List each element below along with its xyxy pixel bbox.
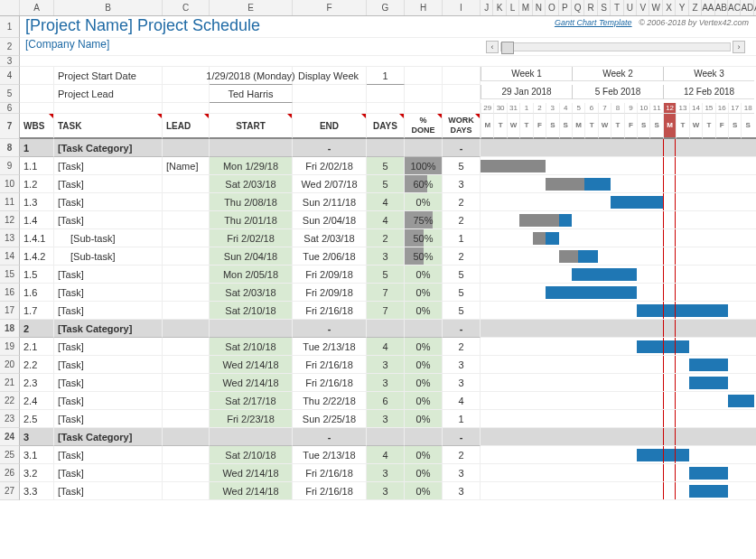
cell-pct-done[interactable]: 75% — [405, 211, 443, 229]
cell-pct-done[interactable]: 0% — [405, 482, 443, 500]
gantt-bar[interactable] — [546, 286, 637, 299]
column-header[interactable]: T — [611, 0, 623, 15]
header-start[interactable]: START — [210, 114, 293, 139]
row-number[interactable]: 7 — [0, 114, 20, 139]
cell-task[interactable]: [Task] — [54, 157, 163, 175]
header-wbs[interactable]: WBS — [20, 114, 54, 139]
cell-wbs[interactable]: 1.5 — [20, 266, 54, 284]
cell-pct-done[interactable]: 0% — [405, 338, 443, 356]
cell-wbs[interactable]: 1.4.1 — [20, 229, 54, 247]
cell-lead[interactable] — [163, 302, 210, 320]
cell-task[interactable]: [Task] — [54, 175, 163, 193]
cell-end[interactable]: Thu 2/22/18 — [293, 392, 367, 410]
column-header[interactable]: G — [367, 0, 405, 15]
column-header[interactable]: R — [584, 0, 597, 15]
cell-pct-done[interactable]: 0% — [405, 392, 443, 410]
cell-lead[interactable] — [163, 374, 210, 392]
column-header[interactable]: L — [507, 0, 519, 15]
gantt-bar[interactable] — [637, 449, 689, 461]
cell-work-days[interactable]: 1 — [443, 229, 481, 247]
cell-wbs[interactable]: 2.3 — [20, 374, 54, 392]
row-number[interactable]: 5 — [0, 85, 20, 103]
cell-days[interactable]: 6 — [367, 392, 405, 410]
row-number[interactable]: 27 — [0, 482, 20, 500]
cell-days[interactable]: 4 — [367, 338, 405, 356]
cell-end[interactable]: - — [293, 428, 367, 446]
row-number[interactable]: 15 — [0, 266, 20, 284]
column-header[interactable]: AB — [715, 0, 728, 15]
column-header[interactable]: H — [405, 0, 443, 15]
column-header[interactable]: X — [663, 0, 676, 15]
row-number[interactable]: 19 — [0, 338, 20, 356]
cell-wbs[interactable]: 1.1 — [20, 157, 54, 175]
cell-end[interactable]: Fri 2/16/18 — [293, 464, 367, 482]
cell-start[interactable]: Mon 2/05/18 — [210, 266, 293, 284]
cell-lead[interactable] — [163, 266, 210, 284]
cell-work-days[interactable]: 3 — [443, 482, 481, 500]
cell-wbs[interactable]: 2.4 — [20, 392, 54, 410]
cell-pct-done[interactable]: 50% — [405, 247, 443, 266]
scroll-thumb[interactable] — [501, 42, 514, 54]
row-number[interactable]: 12 — [0, 211, 20, 229]
row-number[interactable]: 21 — [0, 374, 20, 392]
cell-work-days[interactable]: 2 — [443, 247, 481, 266]
cell-wbs[interactable]: 1.3 — [20, 193, 54, 211]
cell-lead[interactable] — [163, 392, 210, 410]
cell-work-days[interactable]: - — [443, 320, 481, 338]
cell-work-days[interactable]: 3 — [443, 356, 481, 374]
header-end[interactable]: END — [293, 114, 367, 139]
cell-task[interactable]: [Task] — [54, 410, 163, 428]
cell-pct-done[interactable]: 0% — [405, 410, 443, 428]
cell-wbs[interactable]: 3.1 — [20, 446, 54, 464]
cell-task[interactable]: [Task] — [54, 464, 163, 482]
cell-pct-done[interactable]: 60% — [405, 175, 443, 193]
cell-task[interactable]: [Task] — [54, 302, 163, 320]
column-header[interactable]: I — [443, 0, 481, 15]
cell-start[interactable]: Thu 2/01/18 — [210, 211, 293, 229]
column-header[interactable]: V — [637, 0, 649, 15]
cell-days[interactable]: 3 — [367, 374, 405, 392]
cell-wbs[interactable]: 3.3 — [20, 482, 54, 500]
cell-start[interactable] — [210, 428, 293, 446]
row-number[interactable]: 20 — [0, 356, 20, 374]
cell-end[interactable]: - — [293, 320, 367, 338]
row-number[interactable]: 1 — [0, 16, 20, 38]
cell-wbs[interactable]: 1.4.2 — [20, 247, 54, 266]
cell-wbs[interactable]: 1.7 — [20, 302, 54, 320]
column-header[interactable]: P — [559, 0, 572, 15]
cell-start[interactable]: Wed 2/14/18 — [210, 374, 293, 392]
scroll-left-button[interactable]: ‹ — [486, 41, 499, 53]
lead-value[interactable]: Ted Harris — [210, 85, 293, 103]
scroll-right-button[interactable]: › — [733, 41, 745, 53]
cell-lead[interactable] — [163, 229, 210, 247]
column-header[interactable]: W — [649, 0, 662, 15]
cell-work-days[interactable]: 3 — [443, 464, 481, 482]
header-lead[interactable]: LEAD — [163, 114, 210, 139]
cell-end[interactable]: Sun 2/25/18 — [293, 410, 367, 428]
cell-lead[interactable]: [Name] — [163, 157, 210, 175]
gantt-bar[interactable] — [637, 304, 728, 317]
column-header[interactable]: AA — [702, 0, 714, 15]
gantt-bar[interactable] — [689, 485, 728, 498]
cell-work-days[interactable]: 5 — [443, 302, 481, 320]
cell-work-days[interactable]: 2 — [443, 193, 481, 211]
cell-days[interactable]: 5 — [367, 175, 405, 193]
cell-start[interactable]: Thu 2/08/18 — [210, 193, 293, 211]
column-header[interactable]: M — [519, 0, 532, 15]
cell-days[interactable] — [367, 320, 405, 338]
cell-work-days[interactable]: 5 — [443, 157, 481, 175]
row-number[interactable]: 23 — [0, 410, 20, 428]
cell-work-days[interactable]: 3 — [443, 374, 481, 392]
cell-lead[interactable] — [163, 284, 210, 302]
cell-days[interactable]: 4 — [367, 193, 405, 211]
column-header[interactable]: B — [54, 0, 163, 15]
cell-lead[interactable] — [163, 428, 210, 446]
row-number[interactable]: 17 — [0, 302, 20, 320]
cell-task[interactable]: [Task] — [54, 392, 163, 410]
cell-start[interactable]: Sat 2/10/18 — [210, 446, 293, 464]
column-header[interactable]: U — [624, 0, 637, 15]
cell-task[interactable]: [Task] — [54, 284, 163, 302]
cell-lead[interactable] — [163, 211, 210, 229]
cell-days[interactable]: 7 — [367, 302, 405, 320]
cell-start[interactable]: Sat 2/10/18 — [210, 302, 293, 320]
